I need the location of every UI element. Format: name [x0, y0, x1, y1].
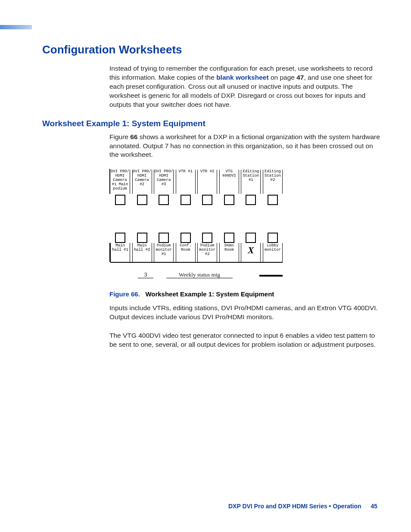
input-labels-row: DVI PRO/ HDMI Camera #1 Main podium DVI … — [109, 169, 283, 194]
figure-number: Figure 66. — [109, 290, 140, 298]
output-label: Lobby monitor — [263, 243, 283, 262]
input-label: DVI PRO/ HDMI Camera #2 — [132, 170, 152, 194]
output-box — [176, 233, 196, 243]
input-box — [197, 195, 217, 205]
preset-number: 3 — [138, 271, 153, 278]
figure-title: Worksheet Example 1: System Equipment — [145, 290, 274, 298]
input-box — [241, 195, 261, 205]
sub-fignum: 66 — [130, 133, 137, 140]
output-label: Demo Room — [219, 243, 239, 262]
blackbar-icon — [259, 275, 283, 277]
page-accent-bar — [0, 25, 32, 29]
output-box — [132, 233, 152, 243]
input-box — [219, 195, 239, 205]
page-footer: DXP DVI Pro and DXP HDMI Series • Operat… — [228, 503, 377, 510]
output-box — [241, 233, 261, 243]
page-number: 45 — [371, 503, 377, 510]
figure-caption: Figure 66. Worksheet Example 1: System E… — [109, 290, 383, 298]
input-label: Editing Station #1 — [241, 170, 261, 194]
input-label: DVI PRO/ HDMI Camera #1 Main podium — [110, 170, 130, 194]
subsection-intro: Figure 66 shows a worksheet for a DXP in… — [109, 133, 383, 160]
output-box — [219, 233, 239, 243]
section-title: Configuration Worksheets — [42, 43, 383, 56]
worksheet-diagram: DVI PRO/ HDMI Camera #1 Main podium DVI … — [109, 169, 283, 278]
output-label: Main hall #2 — [132, 243, 152, 262]
output-label: Podium monitor #1 — [154, 243, 174, 262]
output-label: Main hall #1 — [110, 243, 130, 262]
subsection-title: Worksheet Example 1: System Equipment — [42, 119, 383, 128]
input-box — [110, 195, 130, 205]
intro-paragraph: Instead of trying to remember the config… — [109, 64, 383, 109]
paragraph-inputs-outputs: Inputs include VTRs, editing stations, D… — [109, 304, 383, 322]
input-label: VTR #2 — [197, 170, 217, 194]
input-box — [263, 195, 283, 205]
preset-title: Weekly status mtg — [166, 271, 233, 278]
intro-text-mid: on page — [269, 74, 297, 81]
output-label-crossed: X — [241, 243, 261, 262]
input-box — [132, 195, 152, 205]
input-label: DVI PRO/ HDMI Camera #3 — [154, 170, 174, 194]
worksheet-gap — [109, 205, 283, 232]
input-label: VTR #1 — [176, 170, 196, 194]
input-box — [154, 195, 174, 205]
output-box — [197, 233, 217, 243]
cross-out-icon: X — [248, 245, 254, 255]
input-label: VTG 400DVI — [219, 170, 239, 194]
intro-page-ref: 47 — [296, 74, 304, 81]
output-label: Conf. Room — [176, 243, 196, 262]
output-box — [154, 233, 174, 243]
sub-post: shows a worksheet for a DXP in a fiction… — [109, 133, 380, 159]
input-label: Editing Station #2 — [263, 170, 283, 194]
sub-pre: Figure — [109, 133, 130, 140]
output-box — [263, 233, 283, 243]
output-box — [110, 233, 130, 243]
output-label: Podium monitor #2 — [197, 243, 217, 262]
footer-doc-title: DXP DVI Pro and DXP HDMI Series • Operat… — [228, 503, 361, 510]
output-boxes-row — [109, 233, 283, 243]
paragraph-vtg: The VTG 400DVI video test generator conn… — [109, 331, 383, 349]
output-labels-row: Main hall #1 Main hall #2 Podium monitor… — [109, 243, 283, 262]
page-content: Configuration Worksheets Instead of tryi… — [42, 43, 383, 359]
input-box — [176, 195, 196, 205]
blank-worksheet-link[interactable]: blank worksheet — [216, 74, 268, 81]
worksheet-footer: 3 Weekly status mtg — [109, 271, 283, 278]
input-boxes-row — [109, 195, 283, 205]
